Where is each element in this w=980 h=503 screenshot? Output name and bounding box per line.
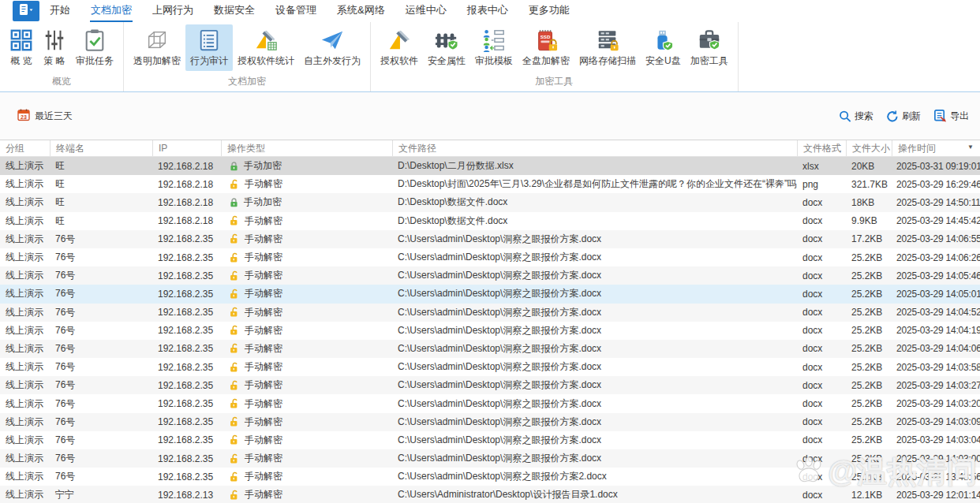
- toolbar-label: 刷新: [902, 110, 921, 123]
- cell-format: docx: [797, 340, 846, 358]
- full-disk-encrypt-icon: SSD: [534, 28, 558, 52]
- transparent-encrypt-cube-icon: [145, 28, 169, 52]
- svg-text:SSD: SSD: [540, 34, 551, 39]
- ribbon-button-outgoing-plane[interactable]: 自主外发行为: [299, 24, 365, 71]
- cell-group: 线上演示: [0, 248, 50, 266]
- table-row[interactable]: 线上演示76号192.168.2.35手动解密C:\Users\admin\De…: [0, 340, 980, 358]
- cell-size: 25.2KB: [846, 285, 892, 303]
- menu-tab[interactable]: 开始: [49, 0, 71, 22]
- ribbon-button-approval-tasks[interactable]: 审批任务: [71, 24, 118, 71]
- cell-size: 25.2KB: [846, 376, 892, 394]
- table-row[interactable]: 线上演示76号192.168.2.35手动解密C:\Users\admin\De…: [0, 322, 980, 340]
- cell-format: docx: [797, 193, 846, 211]
- cell-operation: 手动解密: [221, 175, 392, 193]
- menu-tab[interactable]: 上网行为: [151, 0, 194, 22]
- table-row[interactable]: 线上演示76号192.168.2.35手动解密C:\Users\admin\De…: [0, 266, 980, 285]
- ribbon-button-policy-sliders[interactable]: 策 略: [38, 24, 71, 71]
- ribbon-button-overview-grid[interactable]: 概 览: [5, 24, 38, 71]
- table-row[interactable]: 线上演示旺192.168.2.18手动加密D:\Desktop\数据文件.doc…: [0, 193, 980, 211]
- column-header[interactable]: 分组: [0, 140, 50, 156]
- cell-size: 25.2KB: [846, 468, 892, 486]
- column-header[interactable]: 文件大小: [846, 140, 892, 156]
- table-row[interactable]: 线上演示76号192.168.2.35手动解密C:\Users\admin\De…: [0, 394, 980, 412]
- app-menu-button[interactable]: [13, 1, 39, 21]
- header-dropdown-arrow-icon[interactable]: ▼: [967, 143, 974, 151]
- cell-format: docx: [797, 413, 846, 431]
- menu-tab[interactable]: 报表中心: [466, 0, 509, 22]
- cell-path: D:\Desktop\数据文件.docx: [392, 193, 797, 211]
- table-row[interactable]: 线上演示76号192.168.2.35手动解密C:\Users\admin\De…: [0, 449, 980, 468]
- toolbar-export[interactable]: 导出: [933, 110, 969, 123]
- ribbon-button-approval-template[interactable]: 审批模板: [470, 24, 518, 71]
- cell-format: docx: [797, 212, 846, 230]
- network-storage-scan-icon: [596, 28, 619, 52]
- table-row[interactable]: 线上演示76号192.168.2.35手动解密C:\Users\admin\De…: [0, 230, 980, 248]
- column-header[interactable]: 操作类型: [221, 140, 392, 156]
- operation-label: 手动解密: [245, 269, 282, 282]
- date-range-label: 最近三天: [35, 110, 73, 123]
- cell-group: 线上演示: [0, 468, 50, 486]
- menu-tab[interactable]: 运维中心: [405, 0, 447, 22]
- ribbon-button-label: 网络存储扫描: [579, 54, 636, 68]
- operation-label: 手动解密: [245, 214, 282, 228]
- column-header[interactable]: 文件格式: [797, 140, 846, 156]
- ribbon-button-secure-usb[interactable]: 安全U盘: [641, 24, 686, 71]
- table-row[interactable]: 线上演示旺192.168.2.18手动加密D:\Desktop\二月份数据.xl…: [0, 157, 980, 175]
- cell-size: 9.9KB: [846, 212, 892, 230]
- table-row[interactable]: 线上演示76号192.168.2.35手动解密C:\Users\admin\De…: [0, 431, 980, 449]
- ribbon-button-security-attribute[interactable]: 安全属性: [423, 24, 470, 71]
- table-row[interactable]: 线上演示旺192.168.2.18手动解密D:\Desktop\封面\2025年…: [0, 175, 980, 193]
- table-row[interactable]: 线上演示76号192.168.2.35手动解密C:\Users\admin\De…: [0, 358, 980, 376]
- cell-path: C:\Users\admin\Desktop\洞察之眼报价方案.docx: [392, 358, 797, 376]
- ribbon-group-label: 文档加密: [124, 74, 370, 91]
- ribbon-button-label: 安全属性: [428, 54, 466, 68]
- operation-label: 手动解密: [245, 488, 282, 501]
- cell-ip: 192.168.2.35: [152, 394, 221, 412]
- column-header[interactable]: IP: [152, 140, 221, 156]
- cell-time: 2025-03-29 14:04:52: [892, 304, 980, 322]
- cell-operation: 手动解密: [221, 340, 392, 358]
- ribbon-button-encrypt-tools[interactable]: 加密工具: [686, 24, 733, 71]
- column-header[interactable]: 操作时间▼: [892, 140, 980, 156]
- menu-tab[interactable]: 系统&网络: [336, 0, 386, 22]
- policy-sliders-icon: [43, 28, 66, 52]
- ribbon-button-authorized-software-stats[interactable]: 授权软件统计: [233, 24, 299, 71]
- cell-terminal: 76号: [50, 468, 152, 486]
- menu-tab[interactable]: 文档加密: [90, 0, 133, 22]
- table-row[interactable]: 线上演示76号192.168.2.35手动解密C:\Users\admin\De…: [0, 413, 980, 431]
- operation-label: 手动解密: [245, 177, 282, 191]
- table-row[interactable]: 线上演示76号192.168.2.35手动解密C:\Users\admin\De…: [0, 248, 980, 266]
- toolbar-refresh[interactable]: 刷新: [886, 110, 921, 123]
- column-header[interactable]: 文件路径: [392, 140, 797, 156]
- table-row[interactable]: 线上演示76号192.168.2.35手动解密C:\Users\admin\De…: [0, 376, 980, 394]
- cell-ip: 192.168.2.35: [152, 285, 221, 303]
- menu-tab[interactable]: 设备管理: [275, 0, 317, 22]
- cell-ip: 192.168.2.18: [152, 193, 221, 211]
- ribbon-button-authorized-software[interactable]: 授权软件: [376, 24, 423, 71]
- menu-tab[interactable]: 更多功能: [528, 0, 570, 22]
- refresh-icon: [886, 110, 899, 122]
- cell-format: docx: [797, 376, 846, 394]
- menu-tab[interactable]: 数据安全: [213, 0, 256, 22]
- table-row[interactable]: 线上演示宁宁192.168.2.13手动解密C:\Users\Administr…: [0, 486, 980, 503]
- cell-operation: 手动解密: [221, 486, 392, 503]
- ribbon-button-behavior-audit[interactable]: 行为审计: [185, 24, 233, 71]
- table-row[interactable]: 线上演示76号192.168.2.35手动解密C:\Users\admin\De…: [0, 285, 980, 303]
- cell-group: 线上演示: [0, 285, 50, 303]
- cell-group: 线上演示: [0, 157, 50, 175]
- table-row[interactable]: 线上演示76号192.168.2.35手动解密C:\Users\admin\De…: [0, 304, 980, 322]
- ribbon-button-full-disk-encrypt[interactable]: SSD全盘加解密: [518, 24, 574, 71]
- table-row[interactable]: 线上演示76号192.168.2.35手动解密C:\Users\admin\De…: [0, 468, 980, 486]
- cell-group: 线上演示: [0, 340, 50, 358]
- date-range-filter[interactable]: 23 最近三天: [17, 109, 73, 124]
- cell-ip: 192.168.2.35: [152, 413, 221, 431]
- table-row[interactable]: 线上演示旺192.168.2.18手动解密D:\Desktop\数据文件.doc…: [0, 212, 980, 230]
- ribbon-button-transparent-encrypt-cube[interactable]: 透明加解密: [129, 24, 185, 71]
- ribbon-button-network-storage-scan[interactable]: 网络存储扫描: [574, 24, 641, 71]
- cell-time: 2025-03-29 14:05:01: [892, 285, 980, 303]
- cell-group: 线上演示: [0, 304, 50, 322]
- column-header[interactable]: 终端名: [50, 140, 152, 156]
- cell-path: C:\Users\admin\Desktop\洞察之眼报价方案.docx: [392, 431, 797, 449]
- cell-path: C:\Users\admin\Desktop\洞察之眼报价方案.docx: [392, 230, 797, 248]
- toolbar-search[interactable]: 搜索: [839, 110, 873, 123]
